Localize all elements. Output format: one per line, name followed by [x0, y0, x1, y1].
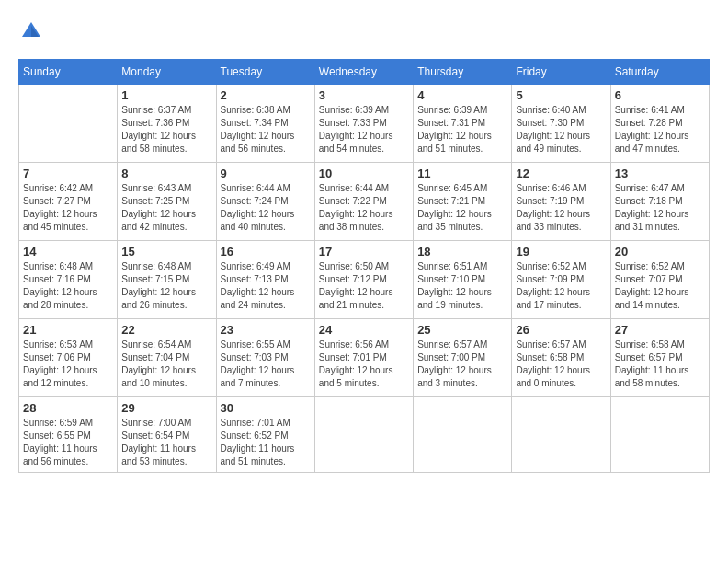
day-info: Sunrise: 6:42 AMSunset: 7:27 PMDaylight:…	[23, 182, 113, 234]
day-number: 7	[23, 167, 113, 180]
calendar-cell: 12Sunrise: 6:46 AMSunset: 7:19 PMDayligh…	[512, 163, 610, 241]
calendar-cell: 7Sunrise: 6:42 AMSunset: 7:27 PMDaylight…	[19, 163, 118, 241]
calendar-cell: 8Sunrise: 6:43 AMSunset: 7:25 PMDaylight…	[118, 163, 216, 241]
weekday-header-friday: Friday	[512, 60, 610, 85]
calendar-cell: 5Sunrise: 6:40 AMSunset: 7:30 PMDaylight…	[512, 85, 610, 163]
weekday-header-saturday: Saturday	[610, 60, 709, 85]
day-info: Sunrise: 6:43 AMSunset: 7:25 PMDaylight:…	[121, 182, 211, 234]
calendar-cell: 20Sunrise: 6:52 AMSunset: 7:07 PMDayligh…	[610, 241, 709, 319]
weekday-header-monday: Monday	[118, 60, 216, 85]
day-info: Sunrise: 6:46 AMSunset: 7:19 PMDaylight:…	[516, 182, 606, 234]
day-info: Sunrise: 6:55 AMSunset: 7:03 PMDaylight:…	[221, 339, 311, 390]
day-number: 29	[121, 401, 211, 415]
day-number: 3	[319, 88, 409, 102]
day-number: 2	[221, 88, 311, 102]
page-header	[18, 18, 710, 44]
calendar-cell: 26Sunrise: 6:57 AMSunset: 6:58 PMDayligh…	[512, 319, 610, 397]
day-number: 6	[615, 88, 705, 102]
day-info: Sunrise: 7:01 AMSunset: 6:52 PMDaylight:…	[221, 417, 311, 468]
calendar-cell: 23Sunrise: 6:55 AMSunset: 7:03 PMDayligh…	[216, 319, 314, 397]
day-info: Sunrise: 6:52 AMSunset: 7:07 PMDaylight:…	[615, 260, 705, 312]
calendar-cell: 25Sunrise: 6:57 AMSunset: 7:00 PMDayligh…	[414, 319, 512, 397]
day-info: Sunrise: 6:48 AMSunset: 7:16 PMDaylight:…	[23, 260, 113, 312]
day-info: Sunrise: 6:38 AMSunset: 7:34 PMDaylight:…	[221, 104, 311, 155]
calendar-cell: 28Sunrise: 6:59 AMSunset: 6:55 PMDayligh…	[19, 397, 118, 473]
weekday-header-wednesday: Wednesday	[314, 60, 413, 85]
calendar-cell	[512, 397, 610, 473]
calendar-cell: 13Sunrise: 6:47 AMSunset: 7:18 PMDayligh…	[610, 163, 709, 241]
calendar-cell: 14Sunrise: 6:48 AMSunset: 7:16 PMDayligh…	[19, 241, 118, 319]
calendar-cell: 30Sunrise: 7:01 AMSunset: 6:52 PMDayligh…	[216, 397, 314, 473]
calendar-cell: 21Sunrise: 6:53 AMSunset: 7:06 PMDayligh…	[19, 319, 118, 397]
day-info: Sunrise: 6:47 AMSunset: 7:18 PMDaylight:…	[615, 182, 705, 234]
day-number: 18	[417, 245, 507, 259]
day-number: 1	[121, 88, 211, 102]
day-number: 11	[417, 167, 507, 180]
day-info: Sunrise: 6:52 AMSunset: 7:09 PMDaylight:…	[516, 260, 606, 312]
weekday-header-thursday: Thursday	[414, 60, 512, 85]
calendar-cell: 11Sunrise: 6:45 AMSunset: 7:21 PMDayligh…	[414, 163, 512, 241]
day-number: 21	[23, 323, 113, 337]
day-number: 20	[615, 245, 705, 259]
day-info: Sunrise: 6:39 AMSunset: 7:33 PMDaylight:…	[319, 104, 409, 155]
day-number: 12	[516, 167, 606, 180]
day-info: Sunrise: 6:49 AMSunset: 7:13 PMDaylight:…	[221, 260, 311, 312]
calendar-cell: 24Sunrise: 6:56 AMSunset: 7:01 PMDayligh…	[314, 319, 413, 397]
day-info: Sunrise: 6:59 AMSunset: 6:55 PMDaylight:…	[23, 417, 113, 468]
day-info: Sunrise: 7:00 AMSunset: 6:54 PMDaylight:…	[121, 417, 211, 468]
day-number: 16	[221, 245, 311, 259]
day-info: Sunrise: 6:48 AMSunset: 7:15 PMDaylight:…	[121, 260, 211, 312]
day-number: 22	[121, 323, 211, 337]
weekday-header-sunday: Sunday	[19, 60, 118, 85]
day-info: Sunrise: 6:44 AMSunset: 7:24 PMDaylight:…	[221, 182, 311, 234]
calendar-cell: 18Sunrise: 6:51 AMSunset: 7:10 PMDayligh…	[414, 241, 512, 319]
calendar-week-4: 21Sunrise: 6:53 AMSunset: 7:06 PMDayligh…	[19, 319, 710, 397]
calendar-cell: 9Sunrise: 6:44 AMSunset: 7:24 PMDaylight…	[216, 163, 314, 241]
day-info: Sunrise: 6:51 AMSunset: 7:10 PMDaylight:…	[417, 260, 507, 312]
calendar-week-2: 7Sunrise: 6:42 AMSunset: 7:27 PMDaylight…	[19, 163, 710, 241]
day-info: Sunrise: 6:45 AMSunset: 7:21 PMDaylight:…	[417, 182, 507, 234]
day-number: 25	[417, 323, 507, 337]
day-number: 27	[615, 323, 705, 337]
calendar-cell: 4Sunrise: 6:39 AMSunset: 7:31 PMDaylight…	[414, 85, 512, 163]
day-number: 30	[221, 401, 311, 415]
day-number: 24	[319, 323, 409, 337]
calendar-week-3: 14Sunrise: 6:48 AMSunset: 7:16 PMDayligh…	[19, 241, 710, 319]
day-number: 5	[516, 88, 606, 102]
day-number: 19	[516, 245, 606, 259]
day-number: 8	[121, 167, 211, 180]
logo	[18, 18, 48, 44]
calendar-cell: 1Sunrise: 6:37 AMSunset: 7:36 PMDaylight…	[118, 85, 216, 163]
calendar-cell	[19, 85, 118, 163]
day-number: 10	[319, 167, 409, 180]
day-info: Sunrise: 6:37 AMSunset: 7:36 PMDaylight:…	[121, 104, 211, 155]
day-number: 26	[516, 323, 606, 337]
day-number: 13	[615, 167, 705, 180]
calendar: SundayMondayTuesdayWednesdayThursdayFrid…	[18, 59, 710, 473]
day-number: 9	[221, 167, 311, 180]
day-info: Sunrise: 6:39 AMSunset: 7:31 PMDaylight:…	[417, 104, 507, 155]
calendar-cell: 22Sunrise: 6:54 AMSunset: 7:04 PMDayligh…	[118, 319, 216, 397]
calendar-cell	[314, 397, 413, 473]
day-number: 28	[23, 401, 113, 415]
calendar-cell: 2Sunrise: 6:38 AMSunset: 7:34 PMDaylight…	[216, 85, 314, 163]
calendar-cell: 27Sunrise: 6:58 AMSunset: 6:57 PMDayligh…	[610, 319, 709, 397]
calendar-cell: 17Sunrise: 6:50 AMSunset: 7:12 PMDayligh…	[314, 241, 413, 319]
calendar-cell: 16Sunrise: 6:49 AMSunset: 7:13 PMDayligh…	[216, 241, 314, 319]
calendar-cell: 15Sunrise: 6:48 AMSunset: 7:15 PMDayligh…	[118, 241, 216, 319]
day-info: Sunrise: 6:56 AMSunset: 7:01 PMDaylight:…	[319, 339, 409, 390]
weekday-header-tuesday: Tuesday	[216, 60, 314, 85]
calendar-cell: 19Sunrise: 6:52 AMSunset: 7:09 PMDayligh…	[512, 241, 610, 319]
calendar-cell	[610, 397, 709, 473]
day-info: Sunrise: 6:44 AMSunset: 7:22 PMDaylight:…	[319, 182, 409, 234]
calendar-header-row: SundayMondayTuesdayWednesdayThursdayFrid…	[19, 60, 710, 85]
day-info: Sunrise: 6:58 AMSunset: 6:57 PMDaylight:…	[615, 339, 705, 390]
day-info: Sunrise: 6:57 AMSunset: 6:58 PMDaylight:…	[516, 339, 606, 390]
calendar-cell: 6Sunrise: 6:41 AMSunset: 7:28 PMDaylight…	[610, 85, 709, 163]
day-info: Sunrise: 6:41 AMSunset: 7:28 PMDaylight:…	[615, 104, 705, 155]
logo-icon	[18, 18, 44, 44]
day-info: Sunrise: 6:57 AMSunset: 7:00 PMDaylight:…	[417, 339, 507, 390]
calendar-week-5: 28Sunrise: 6:59 AMSunset: 6:55 PMDayligh…	[19, 397, 710, 473]
day-number: 15	[121, 245, 211, 259]
day-info: Sunrise: 6:53 AMSunset: 7:06 PMDaylight:…	[23, 339, 113, 390]
